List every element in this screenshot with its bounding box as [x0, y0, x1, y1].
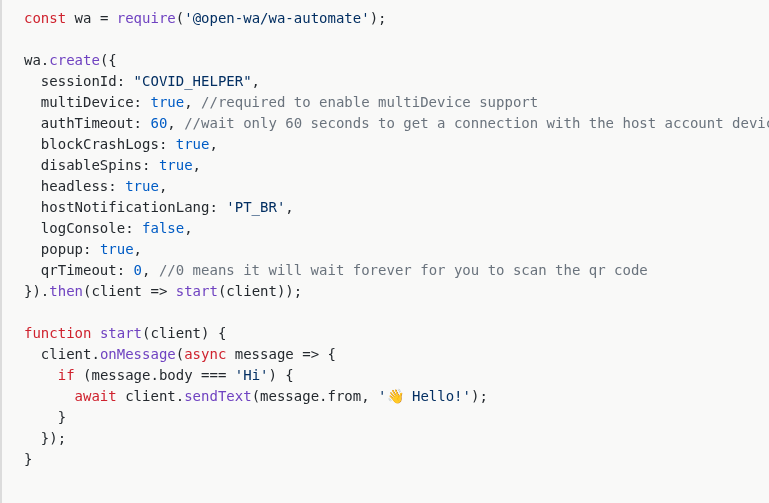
- prop-logConsole: logConsole: [41, 220, 125, 236]
- keyword-function: function: [24, 325, 91, 341]
- val-blockCrashLogs: true: [176, 136, 210, 152]
- val-popup: true: [100, 241, 134, 257]
- fn-create: create: [49, 52, 100, 68]
- val-qrTimeout: 0: [134, 262, 142, 278]
- code-block: const wa = require('@open-wa/wa-automate…: [0, 0, 769, 503]
- comment-authTimeout: //wait only 60 seconds to get a connecti…: [184, 115, 769, 131]
- val-authTimeout: 60: [150, 115, 167, 131]
- prop-blockCrashLogs: blockCrashLogs: [41, 136, 159, 152]
- code-content: const wa = require('@open-wa/wa-automate…: [24, 8, 769, 470]
- val-hostNotificationLang: 'PT_BR': [226, 199, 285, 215]
- prop-qrTimeout: qrTimeout: [41, 262, 117, 278]
- val-disableSpins: true: [159, 157, 193, 173]
- prop-hostNotificationLang: hostNotificationLang: [41, 199, 210, 215]
- prop-multiDevice: multiDevice: [41, 94, 134, 110]
- prop-disableSpins: disableSpins: [41, 157, 142, 173]
- comment-qrTimeout: //0 means it will wait forever for you t…: [159, 262, 648, 278]
- prop-headless: headless: [41, 178, 108, 194]
- fn-start-def: start: [100, 325, 142, 341]
- fn-then: then: [49, 283, 83, 299]
- fn-start-call: start: [176, 283, 218, 299]
- val-sessionId: "COVID_HELPER": [134, 73, 252, 89]
- prop-sessionId: sessionId: [41, 73, 117, 89]
- keyword-const: const: [24, 10, 66, 26]
- string-hello: '👋 Hello!': [378, 388, 471, 404]
- val-logConsole: false: [142, 220, 184, 236]
- keyword-if: if: [58, 367, 75, 383]
- val-multiDevice: true: [150, 94, 184, 110]
- comment-multiDevice: //required to enable multiDevice support: [201, 94, 538, 110]
- fn-require: require: [117, 10, 176, 26]
- prop-popup: popup: [41, 241, 83, 257]
- keyword-async: async: [184, 346, 226, 362]
- val-headless: true: [125, 178, 159, 194]
- fn-sendText: sendText: [184, 388, 251, 404]
- keyword-await: await: [75, 388, 117, 404]
- ident-wa: wa: [75, 10, 92, 26]
- string-hi: 'Hi': [235, 367, 269, 383]
- prop-authTimeout: authTimeout: [41, 115, 134, 131]
- fn-onMessage: onMessage: [100, 346, 176, 362]
- string-package: '@open-wa/wa-automate': [184, 10, 369, 26]
